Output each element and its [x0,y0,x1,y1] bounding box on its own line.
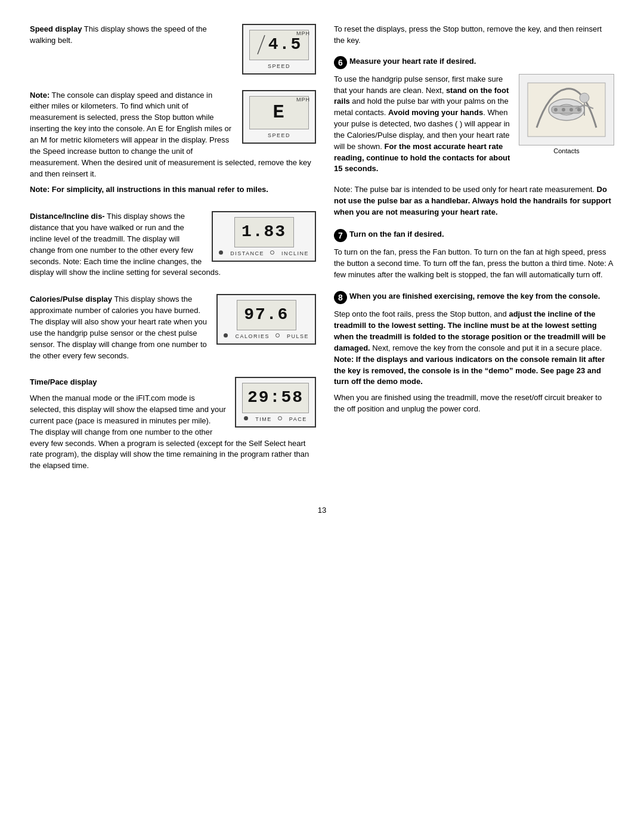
distance-dot [219,250,223,255]
time-label2: PACE [289,416,307,423]
time-screen: 29:58 [242,383,309,413]
distance-heading: Distance/Incline dis- [30,212,105,221]
contacts-image [519,74,614,145]
step8-note-bold: Note: If the displays and various indica… [334,355,605,386]
step8-number: 8 [334,291,347,304]
step6-header: 6 Measure your heart rate if desired. [334,56,614,69]
right-column: To reset the displays, press the Stop bu… [334,24,614,487]
contacts-image-wrapper: Contacts [519,74,614,156]
step7-text: To turn on the fan, press the Fan button… [334,247,614,281]
left-column: MPH 4.5 SPEED Speed display This display… [30,24,316,487]
speed-display-wrapper: MPH 4.5 SPEED [242,24,316,75]
step7-section: 7 Turn on the fan if desired. To turn on… [334,229,614,281]
time-label-row: TIME PACE [244,413,306,423]
calories-dot [224,333,228,337]
step6-note: Note: The pulse bar is intended to be us… [334,184,614,218]
calories-label1: CALORIES [235,333,270,340]
calories-display-wrapper: 97.6 CALORIES PULSE [216,294,316,345]
svg-point-7 [569,108,573,112]
speed-display-section: MPH 4.5 SPEED Speed display This display… [30,24,316,79]
calories-screen: 97.6 [237,300,296,330]
time-display-wrapper: 29:58 TIME PACE [235,377,316,428]
speed-e-label: SPEED [268,132,290,140]
speed-heading-bold: Speed display [30,24,82,33]
pulse-dot [275,333,280,337]
step6-text-block: To use the handgrip pulse sensor, first … [334,74,510,180]
step7-title: Turn on the fan if desired. [349,229,444,240]
time-value: 29:58 [247,386,304,410]
note-bold-prefix: Note: [30,91,49,100]
distance-label1: DISTANCE [230,250,264,258]
distance-display-wrapper: 1.83 DISTANCE INCLINE [212,211,316,262]
page-number: 13 [30,505,614,516]
svg-point-8 [577,108,581,112]
time-section: 29:58 TIME PACE Time/Pace display When t… [30,377,316,476]
contacts-label: Contacts [519,147,614,156]
distance-label-row: DISTANCE INCLINE [219,247,309,258]
step8-title: When you are finished exercising, remove… [349,291,600,302]
svg-point-6 [562,108,565,112]
step8-para2: When you are finished using the treadmil… [334,392,614,415]
speed-e-box: MPH E SPEED [242,90,316,144]
step8-header: 8 When you are finished exercising, remo… [334,291,614,304]
calories-section: 97.6 CALORIES PULSE Calories/Pulse displ… [30,294,316,366]
page-content: MPH 4.5 SPEED Speed display This display… [30,24,614,487]
speed-e-value: E [273,99,285,126]
step6-para1: To use the handgrip pulse sensor, first … [334,74,510,175]
calories-heading-rest: display [83,295,112,304]
speed-note-bold: Note: For simplicity, all instructions i… [30,184,316,196]
distance-screen: 1.83 [234,217,294,247]
calories-label-row: CALORIES PULSE [224,330,309,340]
contacts-svg [525,80,608,140]
distance-value: 1.83 [242,220,286,244]
step6-content: To use the handgrip pulse sensor, first … [334,74,614,180]
speed-label: SPEED [268,63,290,70]
step6-number: 6 [334,56,347,69]
step6-section: 6 Measure your heart rate if desired. To… [334,56,614,218]
speed-e-unit: MPH [296,96,310,104]
distance-label2: INCLINE [281,250,309,258]
distance-section: 1.83 DISTANCE INCLINE Distance/Incline d… [30,211,316,283]
step6-note1-prefix: Note: The pulse bar is intended to be us… [334,185,597,194]
svg-point-9 [580,93,589,103]
calories-value: 97.6 [244,303,289,327]
time-label1: TIME [255,416,272,423]
step7-number: 7 [334,229,347,242]
step8-text2: Next, remove the key from the console an… [370,343,602,352]
step7-header: 7 Turn on the fan if desired. [334,229,614,242]
pace-dot [278,416,282,420]
time-heading-bold: Time/Pace display [30,377,97,386]
step6-title: Measure your heart rate if desired. [349,56,476,67]
calories-body: This display shows the approximate numbe… [30,295,207,360]
calories-label2: PULSE [287,333,309,340]
time-dot [244,416,248,420]
step8-para1: Step onto the foot rails, press the Stop… [334,309,614,388]
calories-display-box: 97.6 CALORIES PULSE [216,294,316,345]
speed-e-display-wrapper: MPH E SPEED [242,90,316,144]
step8-section: 8 When you are finished exercising, remo… [334,291,614,415]
speed-unit: MPH [296,30,310,38]
distance-display-box: 1.83 DISTANCE INCLINE [212,211,316,262]
step6-bold2: Avoid moving your hands [388,108,483,117]
svg-point-5 [554,108,558,112]
distance-body: This display shows the distance that you… [30,212,221,277]
time-display-box: 29:58 TIME PACE [235,377,316,428]
incline-dot [270,250,274,255]
speed-display-box: MPH 4.5 SPEED [242,24,316,75]
calories-heading-bold: Calories/Pulse [30,295,83,304]
svg-line-0 [258,35,265,54]
step8-text1: Step onto the foot rails, press the Stop… [334,309,509,318]
reset-note: To reset the displays, press the Stop bu… [334,24,614,47]
speed-e-section: MPH E SPEED Note: The console can displa… [30,90,316,201]
speed-simplicity-note: Note: For simplicity, all instructions i… [30,185,268,194]
